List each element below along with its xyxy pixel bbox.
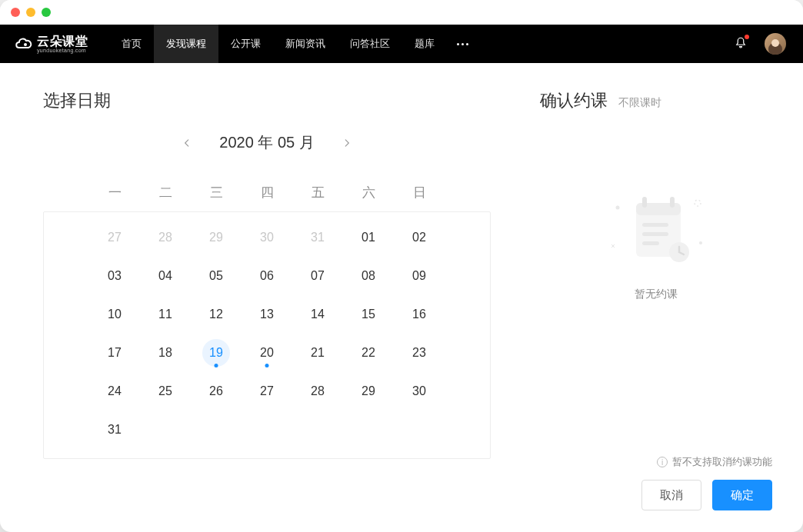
calendar-day[interactable]: 19 bbox=[191, 334, 242, 372]
nav-items: 首页发现课程公开课新闻资讯问答社区题库 bbox=[109, 25, 447, 63]
chevron-left-icon bbox=[182, 138, 192, 148]
top-nav: 云朵课堂 yunduoketang.com 首页发现课程公开课新闻资讯问答社区题… bbox=[0, 25, 803, 63]
prev-month-button[interactable] bbox=[178, 134, 196, 152]
booking-actions: 取消 确定 bbox=[540, 480, 772, 510]
cancel-button[interactable]: 取消 bbox=[641, 480, 701, 510]
next-month-button[interactable] bbox=[338, 134, 356, 152]
booking-notice: i 暂不支持取消约课功能 bbox=[540, 455, 772, 469]
empty-illustration bbox=[602, 189, 710, 274]
nav-item[interactable]: 新闻资讯 bbox=[273, 25, 338, 63]
booking-title: 确认约课 bbox=[540, 89, 608, 112]
calendar-day[interactable]: 16 bbox=[394, 295, 445, 334]
calendar-day: 28 bbox=[140, 218, 191, 257]
window-titlebar bbox=[0, 0, 803, 25]
svg-rect-10 bbox=[642, 241, 659, 245]
calendar-panel: 选择日期 2020 年 05 月 一二三四五六日 272829303101020… bbox=[0, 63, 518, 532]
svg-point-3 bbox=[699, 241, 702, 244]
calendar-day[interactable]: 17 bbox=[89, 334, 140, 372]
nav-item[interactable]: 发现课程 bbox=[154, 25, 218, 63]
calendar-day[interactable]: 01 bbox=[343, 218, 394, 257]
booking-panel: 确认约课 不限课时 bbox=[518, 63, 803, 532]
calendar-day[interactable]: 03 bbox=[89, 257, 140, 295]
svg-rect-9 bbox=[642, 232, 668, 236]
window-zoom-button[interactable] bbox=[42, 8, 51, 17]
calendar-day[interactable]: 22 bbox=[343, 334, 394, 372]
booking-subtitle: 不限课时 bbox=[618, 96, 661, 110]
weekday-label: 五 bbox=[292, 173, 343, 211]
app-window: 云朵课堂 yunduoketang.com 首页发现课程公开课新闻资讯问答社区题… bbox=[0, 0, 803, 532]
weekday-label: 六 bbox=[343, 173, 394, 211]
calendar-day[interactable]: 24 bbox=[89, 372, 140, 411]
nav-item[interactable]: 公开课 bbox=[218, 25, 273, 63]
calendar-day[interactable]: 18 bbox=[140, 334, 191, 372]
nav-more-button[interactable] bbox=[447, 25, 478, 63]
notice-text: 暂不支持取消约课功能 bbox=[672, 455, 772, 469]
calendar-day[interactable]: 04 bbox=[140, 257, 191, 295]
weekday-label: 四 bbox=[242, 173, 292, 211]
svg-rect-8 bbox=[642, 223, 668, 227]
weekday-label: 日 bbox=[394, 173, 445, 211]
content-area: 选择日期 2020 年 05 月 一二三四五六日 272829303101020… bbox=[0, 63, 803, 532]
calendar-month-label: 2020 年 05 月 bbox=[219, 132, 314, 153]
event-dot-icon bbox=[265, 364, 269, 367]
calendar-day[interactable]: 14 bbox=[292, 295, 343, 334]
svg-point-2 bbox=[695, 200, 701, 206]
calendar-day: 29 bbox=[191, 218, 242, 257]
confirm-button[interactable]: 确定 bbox=[712, 480, 772, 510]
brand-logo[interactable]: 云朵课堂 yunduoketang.com bbox=[14, 35, 88, 53]
calendar-header: 2020 年 05 月 bbox=[43, 132, 491, 153]
nav-item[interactable]: 问答社区 bbox=[338, 25, 402, 63]
calendar-day[interactable]: 02 bbox=[394, 218, 445, 257]
calendar-weekday-row: 一二三四五六日 bbox=[43, 173, 491, 211]
weekday-label: 二 bbox=[140, 173, 191, 211]
calendar-day[interactable]: 26 bbox=[191, 372, 242, 411]
calendar-day[interactable]: 10 bbox=[89, 295, 140, 334]
calendar-day: 31 bbox=[292, 218, 343, 257]
calendar-day[interactable]: 11 bbox=[140, 295, 191, 334]
calendar-day[interactable]: 31 bbox=[89, 411, 140, 449]
calendar-day: 27 bbox=[89, 218, 140, 257]
user-avatar[interactable] bbox=[765, 33, 786, 55]
nav-item[interactable]: 首页 bbox=[109, 25, 154, 63]
calendar-day[interactable]: 09 bbox=[394, 257, 445, 295]
calendar-day[interactable]: 12 bbox=[191, 295, 242, 334]
calendar-day[interactable]: 25 bbox=[140, 372, 191, 411]
calendar-day[interactable]: 06 bbox=[242, 257, 292, 295]
weekday-label: 一 bbox=[89, 173, 140, 211]
calendar-day[interactable]: 28 bbox=[292, 372, 343, 411]
svg-point-0 bbox=[24, 43, 27, 46]
calendar-day[interactable]: 08 bbox=[343, 257, 394, 295]
booking-header: 确认约课 不限课时 bbox=[540, 89, 772, 112]
calendar-day[interactable]: 23 bbox=[394, 334, 445, 372]
more-icon bbox=[457, 43, 468, 45]
brand-sub: yunduoketang.com bbox=[37, 48, 88, 53]
calendar-day[interactable]: 29 bbox=[343, 372, 394, 411]
calendar-day[interactable]: 20 bbox=[242, 334, 292, 372]
calendar-day[interactable]: 05 bbox=[191, 257, 242, 295]
calendar-title: 选择日期 bbox=[43, 89, 491, 112]
calendar-day[interactable]: 13 bbox=[242, 295, 292, 334]
calendar-day[interactable]: 30 bbox=[394, 372, 445, 411]
svg-rect-7 bbox=[670, 197, 675, 208]
weekday-label: 三 bbox=[191, 173, 242, 211]
info-icon: i bbox=[657, 457, 668, 467]
cloud-logo-icon bbox=[14, 35, 34, 52]
window-minimize-button[interactable] bbox=[26, 8, 35, 17]
svg-point-1 bbox=[616, 206, 620, 210]
chevron-right-icon bbox=[342, 138, 352, 148]
nav-item[interactable]: 题库 bbox=[402, 25, 447, 63]
calendar-day[interactable]: 15 bbox=[343, 295, 394, 334]
calendar-day[interactable]: 07 bbox=[292, 257, 343, 295]
calendar-grid: 2728293031010203040506070809101112131415… bbox=[43, 211, 491, 459]
empty-state: 暂无约课 bbox=[540, 189, 772, 301]
calendar-day[interactable]: 27 bbox=[242, 372, 292, 411]
brand-name: 云朵课堂 bbox=[37, 35, 88, 48]
notifications-button[interactable] bbox=[734, 36, 748, 52]
svg-rect-6 bbox=[642, 197, 647, 208]
window-close-button[interactable] bbox=[11, 8, 20, 17]
event-dot-icon bbox=[215, 364, 218, 367]
calendar-day[interactable]: 21 bbox=[292, 334, 343, 372]
notification-badge bbox=[745, 35, 749, 39]
empty-text: 暂无约课 bbox=[635, 288, 678, 301]
calendar-day: 30 bbox=[242, 218, 292, 257]
